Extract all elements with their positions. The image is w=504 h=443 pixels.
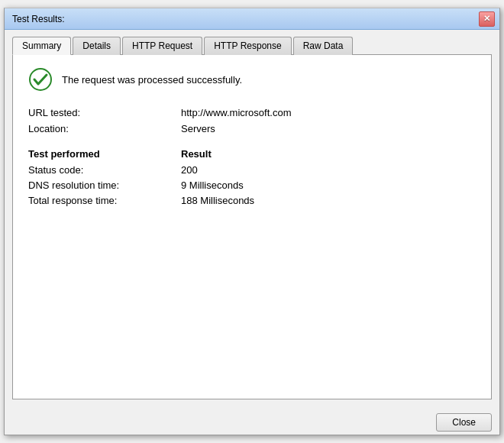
tab-summary[interactable]: Summary <box>12 37 71 55</box>
success-message: The request was processed successfully. <box>62 74 242 86</box>
results-header-result: Result <box>181 148 212 160</box>
results-table: Test performed Result Status code: 200 D… <box>28 148 476 206</box>
window-close-button[interactable]: ✕ <box>479 11 495 27</box>
response-time-label: Total response time: <box>28 195 181 206</box>
window-title: Test Results: <box>12 14 65 24</box>
tab-bar: Summary Details HTTP Request HTTP Respon… <box>12 36 492 55</box>
svg-point-0 <box>30 69 51 90</box>
success-row: The request was processed successfully. <box>28 67 476 92</box>
tab-content-summary: The request was processed successfully. … <box>12 55 492 399</box>
location-value: Servers <box>181 123 215 134</box>
status-code-label: Status code: <box>28 164 181 176</box>
results-header-row: Test performed Result <box>28 148 476 160</box>
dns-row: DNS resolution time: 9 Milliseconds <box>28 179 476 191</box>
tab-details[interactable]: Details <box>73 37 121 55</box>
dialog-footer: Close <box>5 407 499 435</box>
success-icon <box>28 67 53 92</box>
status-code-row: Status code: 200 <box>28 164 476 176</box>
tab-http-response[interactable]: HTTP Response <box>204 37 291 55</box>
response-time-row: Total response time: 188 Milliseconds <box>28 195 476 206</box>
dns-label: DNS resolution time: <box>28 179 181 191</box>
location-label: Location: <box>28 123 181 134</box>
url-label: URL tested: <box>28 107 181 118</box>
url-row: URL tested: http://www.microsoft.com <box>28 107 476 118</box>
url-value: http://www.microsoft.com <box>181 107 291 118</box>
dialog-window: Test Results: ✕ Summary Details HTTP Req… <box>4 8 500 435</box>
results-header-test: Test performed <box>28 148 181 160</box>
tab-raw-data[interactable]: Raw Data <box>293 37 354 55</box>
location-row: Location: Servers <box>28 123 476 134</box>
title-bar: Test Results: ✕ <box>5 8 499 30</box>
info-table: URL tested: http://www.microsoft.com Loc… <box>28 107 476 134</box>
dns-value: 9 Milliseconds <box>181 179 244 191</box>
response-time-value: 188 Milliseconds <box>181 195 254 206</box>
status-code-value: 200 <box>181 164 198 176</box>
close-button[interactable]: Close <box>436 413 492 432</box>
dialog-body: Summary Details HTTP Request HTTP Respon… <box>5 30 499 407</box>
tab-http-request[interactable]: HTTP Request <box>122 37 202 55</box>
